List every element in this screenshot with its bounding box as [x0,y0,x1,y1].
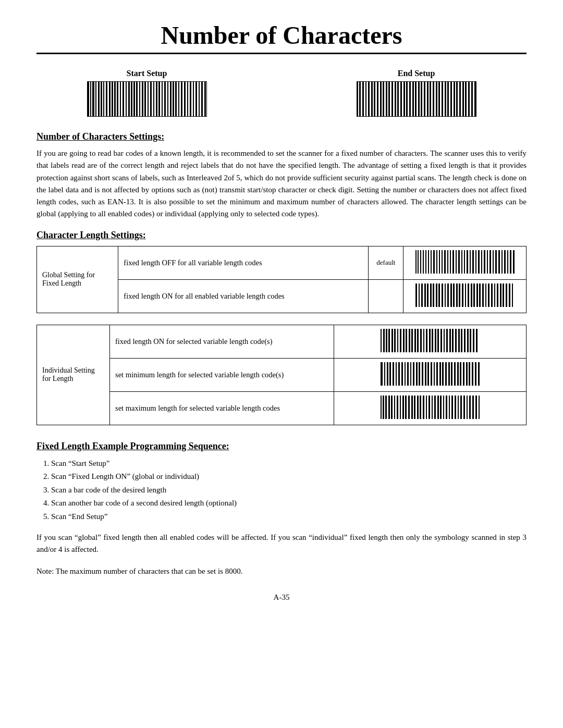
indiv-on-barcode [381,329,480,352]
number-of-characters-heading: Number of Characters Settings: [36,131,527,142]
step-5: Scan “End Setup” [51,510,527,524]
global-row2-desc: fixed length ON for all enabled variable… [118,279,369,313]
indiv-row-2: set minimum length for selected variable… [37,358,527,391]
indiv-row3-barcode [334,391,527,425]
page-footer: A-35 [36,593,527,602]
number-of-characters-body: If you are going to read bar codes of a … [36,147,527,220]
fixed-length-example-heading: Fixed Length Example Programming Sequenc… [36,441,527,452]
end-setup-label: End Setup [398,69,435,78]
end-setup-item: End Setup [306,69,527,117]
start-setup-label: Start Setup [127,69,167,78]
global-on-barcode [415,283,515,307]
global-row1-barcode [403,246,527,279]
indiv-min-barcode [381,362,480,386]
start-setup-item: Start Setup [36,69,257,117]
character-length-heading: Character Length Settings: [36,230,527,241]
global-row1-default: default [369,246,403,279]
global-settings-table: Global Setting for Fixed Length fixed le… [36,246,527,313]
note2-text: Note: The maximum number of characters t… [36,565,527,577]
indiv-row2-barcode [334,358,527,391]
indiv-row2-desc: set minimum length for selected variable… [110,358,334,391]
end-setup-barcode [357,81,476,117]
indiv-max-barcode [381,396,480,419]
step-2: Scan “Fixed Length ON” (global or indivi… [51,470,527,484]
indiv-row1-desc: fixed length ON for selected variable le… [110,325,334,358]
step-4: Scan another bar code of a second desire… [51,497,527,510]
global-row-1: Global Setting for Fixed Length fixed le… [37,246,527,279]
note1-text: If you scan “global” fixed length then a… [36,532,527,556]
global-row1-desc: fixed length OFF for all variable length… [118,246,369,279]
global-off-barcode [415,250,515,274]
step-1: Scan “Start Setup” [51,457,527,471]
global-row2-default [369,279,403,313]
start-setup-barcode [87,81,207,117]
indiv-row1-barcode [334,325,527,358]
individual-settings-table: Individual Setting for Length fixed leng… [36,325,527,425]
programming-steps-list: Scan “Start Setup” Scan “Fixed Length ON… [51,457,527,524]
indiv-label-cell: Individual Setting for Length [37,325,110,425]
global-label-cell: Global Setting for Fixed Length [37,246,118,313]
indiv-row3-desc: set maximum length for selected variable… [110,391,334,425]
step-3: Scan a bar code of the desired length [51,484,527,497]
page-title: Number of Characters [36,21,527,54]
global-row2-barcode [403,279,527,313]
page-number: A-35 [274,593,290,601]
indiv-row-1: Individual Setting for Length fixed leng… [37,325,527,358]
setup-barcodes-container: Start Setup End Setup [36,69,527,117]
indiv-row-3: set maximum length for selected variable… [37,391,527,425]
